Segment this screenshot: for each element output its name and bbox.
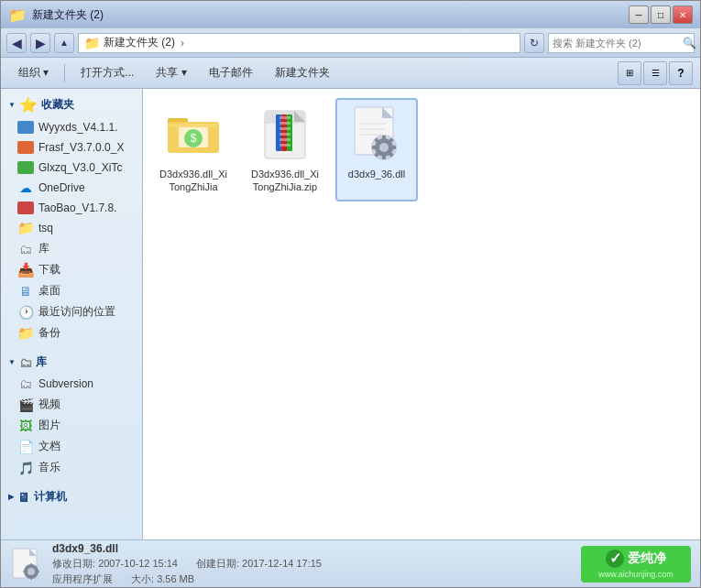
status-details-row2: 应用程序扩展 大小: 3.56 MB <box>52 572 572 586</box>
title-bar-controls: ─ □ ✕ <box>629 5 693 24</box>
sidebar-item-library[interactable]: 🗂 库 <box>1 238 142 259</box>
email-button[interactable]: 电子邮件 <box>199 61 263 85</box>
sidebar-item-video[interactable]: 🎬 视频 <box>1 394 142 415</box>
library-section-icon: 🗂 <box>19 355 32 370</box>
status-filename: d3dx9_36.dll <box>52 542 572 555</box>
share-button[interactable]: 共享 ▾ <box>146 61 196 85</box>
frasf-icon <box>17 140 34 155</box>
sidebar-item-glxzq[interactable]: Glxzq_V3.0_XiTc <box>1 158 142 178</box>
title-bar-left: 📁 新建文件夹 (2) <box>8 6 104 24</box>
svg-rect-42 <box>37 571 39 572</box>
glxzq-icon <box>17 160 34 175</box>
modified-label: 修改日期: 2007-10-12 15:14 <box>52 557 178 571</box>
computer-section-header[interactable]: ▶ 🖥 计算机 <box>1 485 142 508</box>
svg-point-26 <box>379 143 389 152</box>
svg-rect-14 <box>279 127 290 130</box>
sidebar-item-backup[interactable]: 📁 备份 <box>1 322 142 343</box>
address-bar: ◀ ▶ ▲ 📁 新建文件夹 (2) › ↻ 🔍 <box>1 28 700 58</box>
sidebar-item-subversion-label: Subversion <box>38 377 93 390</box>
breadcrumb-arrow: › <box>181 37 184 49</box>
organize-button[interactable]: 组织 ▾ <box>8 61 59 85</box>
forward-button[interactable]: ▶ <box>30 33 50 53</box>
computer-icon: 🖥 <box>17 490 30 505</box>
maximize-button[interactable]: □ <box>651 5 671 24</box>
up-button[interactable]: ▲ <box>54 33 74 53</box>
toolbar: 组织 ▾ 打开方式... 共享 ▾ 电子邮件 新建文件夹 ⊞ ☰ ? <box>1 58 700 89</box>
sidebar-item-taobao[interactable]: TaoBao_V1.7.8. <box>1 198 142 218</box>
refresh-button[interactable]: ↻ <box>524 33 544 53</box>
sidebar-item-onedrive-label: OneDrive <box>38 181 85 194</box>
watermark-logo: ✓ 爱纯净 <box>606 550 666 568</box>
sidebar-item-frasf[interactable]: Frasf_V3.7.0.0_X <box>1 137 142 158</box>
sidebar-item-recent[interactable]: 🕐 最近访问的位置 <box>1 301 142 322</box>
sidebar-item-downloads-label: 下载 <box>38 262 60 278</box>
dll-label: d3dx9_36.dll <box>348 168 405 180</box>
svg-rect-16 <box>279 138 290 141</box>
open-with-button[interactable]: 打开方式... <box>71 61 144 85</box>
view-toggle-button[interactable]: ⊞ <box>618 61 641 85</box>
back-button[interactable]: ◀ <box>6 33 27 53</box>
svg-rect-28 <box>382 156 386 159</box>
sidebar-item-taobao-label: TaoBao_V1.7.8. <box>38 201 116 214</box>
status-info: d3dx9_36.dll 修改日期: 2007-10-12 15:14 创建日期… <box>52 542 572 586</box>
downloads-icon: 📥 <box>17 263 34 278</box>
sidebar-item-tsq[interactable]: 📁 tsq <box>1 218 142 238</box>
pictures-icon: 🖼 <box>17 419 34 433</box>
sidebar-item-onedrive[interactable]: ☁ OneDrive <box>1 178 142 198</box>
favorites-expand-icon: ▼ <box>8 101 16 109</box>
video-icon: 🎬 <box>17 397 34 412</box>
search-input[interactable] <box>553 38 679 49</box>
sidebar-item-pictures[interactable]: 🖼 图片 <box>1 415 142 436</box>
file-item-zip[interactable]: D3dx936.dll_XiTongZhiJia.zip <box>244 98 326 201</box>
onedrive-icon: ☁ <box>17 180 34 195</box>
favorites-star-icon: ⭐ <box>19 96 38 114</box>
window-title: 新建文件夹 (2) <box>32 7 104 23</box>
music-icon: 🎵 <box>17 461 34 475</box>
taobao-icon <box>17 201 34 215</box>
sidebar-item-wyy[interactable]: Wyyxds_V4.1.1. <box>1 117 142 137</box>
watermark: ✓ 爱纯净 www.aichunjing.com <box>581 546 691 583</box>
status-bar: d3dx9_36.dll 修改日期: 2007-10-12 15:14 创建日期… <box>1 539 700 587</box>
library-section-header[interactable]: ▼ 🗂 库 <box>1 351 142 374</box>
backup-icon: 📁 <box>17 326 34 341</box>
sidebar-item-subversion[interactable]: 🗂 Subversion <box>1 374 142 394</box>
sidebar-item-pictures-label: 图片 <box>38 418 60 433</box>
svg-text:$: $ <box>191 132 197 145</box>
search-box[interactable]: 🔍 <box>548 33 695 53</box>
sidebar: ▼ ⭐ 收藏夹 Wyyxds_V4.1.1. Frasf_V3.7.0.0_X <box>1 89 143 539</box>
search-icon: 🔍 <box>683 37 696 49</box>
wyy-icon <box>17 120 34 135</box>
sidebar-item-backup-label: 备份 <box>38 325 60 341</box>
dll-icon <box>347 105 406 164</box>
view-list-button[interactable]: ☰ <box>643 61 667 85</box>
svg-rect-29 <box>372 146 376 149</box>
sidebar-item-video-label: 视频 <box>38 397 60 412</box>
sidebar-item-music[interactable]: 🎵 音乐 <box>1 457 142 478</box>
address-field[interactable]: 📁 新建文件夹 (2) › <box>78 33 520 53</box>
help-button[interactable]: ? <box>669 61 693 85</box>
status-details-row1: 修改日期: 2007-10-12 15:14 创建日期: 2017-12-14 … <box>52 557 572 571</box>
main-content: ▼ ⭐ 收藏夹 Wyyxds_V4.1.1. Frasf_V3.7.0.0_X <box>1 89 700 539</box>
sidebar-item-frasf-label: Frasf_V3.7.0.0_X <box>38 141 124 154</box>
minimize-button[interactable]: ─ <box>629 5 649 24</box>
sidebar-item-documents[interactable]: 📄 文档 <box>1 436 142 457</box>
sidebar-item-music-label: 音乐 <box>38 460 60 475</box>
file-type: 应用程序扩展 <box>52 572 113 586</box>
library-icon: 🗂 <box>17 242 34 256</box>
file-item-folder[interactable]: $ D3dx936.dll_XiTongZhiJia <box>152 98 235 201</box>
close-button[interactable]: ✕ <box>673 5 693 24</box>
sidebar-item-recent-label: 最近访问的位置 <box>38 304 115 320</box>
svg-rect-13 <box>279 122 290 125</box>
file-item-dll[interactable]: d3dx9_36.dll <box>335 98 418 201</box>
favorites-section-header[interactable]: ▼ ⭐ 收藏夹 <box>1 93 142 117</box>
new-folder-button[interactable]: 新建文件夹 <box>265 61 340 85</box>
sidebar-item-desktop[interactable]: 🖥 桌面 <box>1 280 142 301</box>
window-folder-icon: 📁 <box>8 6 27 24</box>
documents-icon: 📄 <box>17 440 34 454</box>
computer-expand-icon: ▶ <box>8 493 14 501</box>
created-label: 创建日期: 2017-12-14 17:15 <box>196 557 322 571</box>
svg-rect-15 <box>279 133 290 136</box>
sidebar-item-downloads[interactable]: 📥 下载 <box>1 259 142 280</box>
explorer-window: 📁 新建文件夹 (2) ─ □ ✕ ◀ ▶ ▲ 📁 新建文件夹 (2) › ↻ … <box>0 0 701 588</box>
svg-rect-30 <box>392 146 396 149</box>
